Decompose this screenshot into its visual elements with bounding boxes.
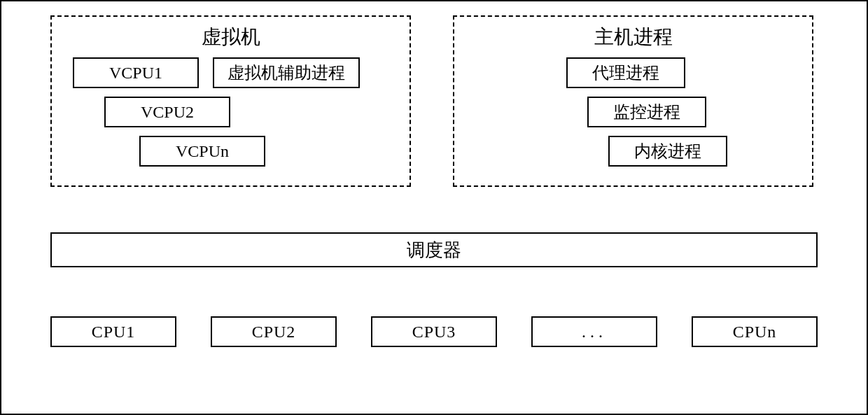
scheduler-box: 调度器 — [50, 232, 818, 267]
cpu-dots-box: ... — [531, 316, 657, 347]
vm-panel: 虚拟机 VCPU1 虚拟机辅助进程 VCPU2 VCPUn — [50, 15, 411, 187]
cpun-box: CPUn — [692, 316, 818, 347]
monitor-process-box: 监控进程 — [587, 97, 706, 127]
host-title: 主机进程 — [468, 24, 798, 50]
host-panel: 主机进程 代理进程 监控进程 内核进程 — [453, 15, 813, 187]
vm-helper-box: 虚拟机辅助进程 — [213, 57, 360, 88]
vm-title: 虚拟机 — [66, 24, 396, 50]
cpu3-box: CPU3 — [371, 316, 497, 347]
cpu2-box: CPU2 — [211, 316, 337, 347]
top-row: 虚拟机 VCPU1 虚拟机辅助进程 VCPU2 VCPUn 主机进程 代理进程 … — [1, 1, 867, 187]
proxy-process-box: 代理进程 — [566, 57, 685, 88]
cpu-row: CPU1 CPU2 CPU3 ... CPUn — [50, 316, 818, 347]
system-diagram: 虚拟机 VCPU1 虚拟机辅助进程 VCPU2 VCPUn 主机进程 代理进程 … — [0, 0, 868, 415]
cpu1-box: CPU1 — [50, 316, 176, 347]
kernel-process-box: 内核进程 — [608, 136, 727, 167]
vm-row1: VCPU1 虚拟机辅助进程 — [73, 57, 396, 88]
vcpu1-box: VCPU1 — [73, 57, 199, 88]
vcpun-box: VCPUn — [139, 136, 265, 167]
vcpu2-box: VCPU2 — [104, 97, 230, 127]
